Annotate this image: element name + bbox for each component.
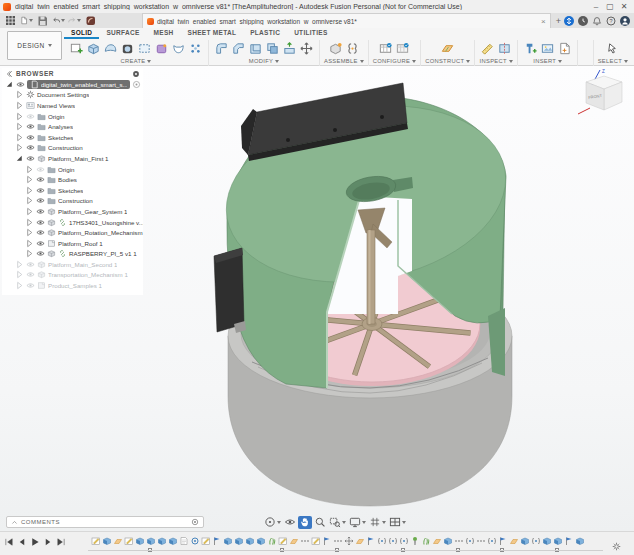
timeline-feature-flag[interactable] xyxy=(365,535,376,547)
timeline-feature-plane[interactable] xyxy=(508,535,519,547)
tool-config-table-button[interactable] xyxy=(394,41,411,57)
visibility-eye-icon[interactable] xyxy=(36,239,45,248)
expand-comments-icon[interactable] xyxy=(11,519,18,526)
timeline-feature-grass[interactable] xyxy=(420,535,431,547)
tree-row-sketches[interactable]: Sketches xyxy=(2,185,143,196)
timeline-feature-sketch[interactable] xyxy=(200,535,211,547)
nav-display-button[interactable] xyxy=(348,516,367,529)
group-label-inspect[interactable]: INSPECT xyxy=(480,58,513,64)
expand-arrow-icon[interactable] xyxy=(15,133,24,142)
timeline-feature-extrude[interactable] xyxy=(244,535,255,547)
timeline-feature-extrude[interactable] xyxy=(574,535,585,547)
tool-chamfer-button[interactable] xyxy=(230,41,247,57)
extensions-icon[interactable] xyxy=(564,16,574,26)
comments-options-icon[interactable] xyxy=(191,518,199,526)
timeline-feature-extrude[interactable] xyxy=(145,535,156,547)
ribbon-tab-mesh[interactable]: MESH xyxy=(147,28,181,39)
timeline-feature-plane[interactable] xyxy=(288,535,299,547)
expand-arrow-icon[interactable] xyxy=(25,249,34,258)
tool-create-sketch-button[interactable] xyxy=(68,41,85,57)
timeline-feature-extrude[interactable] xyxy=(233,535,244,547)
timeline-feature-flag[interactable] xyxy=(211,535,222,547)
timeline-feature-extrude[interactable] xyxy=(222,535,233,547)
tool-measure-button[interactable] xyxy=(479,41,496,57)
save-button[interactable] xyxy=(36,15,49,27)
visibility-eye-icon[interactable] xyxy=(36,186,45,195)
timeline-feature-flag[interactable] xyxy=(563,535,574,547)
timeline-feature-extrude[interactable] xyxy=(167,535,178,547)
expand-arrow-icon[interactable] xyxy=(25,228,34,237)
timeline-feature-joint[interactable] xyxy=(530,535,541,547)
3d-viewport[interactable]: Z FRONT BROWSER digital_twin_enabled_sma… xyxy=(0,66,634,531)
fusion-home-button[interactable] xyxy=(84,15,97,27)
visibility-eye-icon[interactable] xyxy=(26,122,35,131)
expand-arrow-icon[interactable] xyxy=(15,281,24,290)
expand-arrow-icon[interactable] xyxy=(15,122,24,131)
tool-derive-button[interactable] xyxy=(153,41,170,57)
avatar-icon[interactable] xyxy=(620,16,630,26)
tool-canvas-button[interactable] xyxy=(539,41,556,57)
workspace-selector[interactable]: DESIGN xyxy=(7,31,62,60)
close-tab-icon[interactable]: × xyxy=(541,17,546,26)
tree-row-origin[interactable]: Origin xyxy=(2,111,143,122)
ribbon-tab-solid[interactable]: SOLID xyxy=(64,28,99,39)
nav-grid-button[interactable] xyxy=(368,516,387,529)
timeline-feature-flag[interactable] xyxy=(321,535,332,547)
tool-plane-button[interactable] xyxy=(439,41,456,57)
tool-shell-button[interactable] xyxy=(247,41,264,57)
timeline-feature-dots[interactable] xyxy=(299,535,310,547)
playback-step-forward-button[interactable] xyxy=(43,537,53,547)
timeline-feature-extrude[interactable] xyxy=(101,535,112,547)
help-icon[interactable]: ? xyxy=(606,16,616,26)
tool-combine-button[interactable] xyxy=(264,41,281,57)
playback-to-end-button[interactable] xyxy=(56,537,66,547)
tool-patch-button[interactable] xyxy=(136,41,153,57)
new-tab-button[interactable]: + xyxy=(556,16,561,26)
collapse-panel-icon[interactable] xyxy=(5,70,13,78)
timeline-feature-joint[interactable] xyxy=(398,535,409,547)
tree-row-platform-roof-1[interactable]: Platform_Roof 1 xyxy=(2,238,143,249)
expand-arrow-icon[interactable] xyxy=(25,175,34,184)
visibility-eye-icon[interactable] xyxy=(36,218,45,227)
model-side-box[interactable] xyxy=(214,248,246,333)
notifications-icon[interactable] xyxy=(592,16,602,26)
tool-section-button[interactable] xyxy=(496,41,513,57)
ribbon-tab-plastic[interactable]: PLASTIC xyxy=(243,28,287,39)
group-label-create[interactable]: CREATE xyxy=(121,58,152,64)
timeline-feature-sketch[interactable] xyxy=(277,535,288,547)
timeline-feature-extrude[interactable] xyxy=(541,535,552,547)
visibility-eye-icon[interactable] xyxy=(36,196,45,205)
tool-form-button[interactable] xyxy=(102,41,119,57)
visibility-eye-icon[interactable] xyxy=(16,80,25,89)
timeline-settings-button[interactable] xyxy=(612,537,621,555)
group-label-select[interactable]: SELECT xyxy=(598,58,628,64)
tree-row-platform-main-second-1[interactable]: Platform_Main_Second 1 xyxy=(2,259,143,270)
nav-orbit-button[interactable] xyxy=(263,516,282,529)
tool-import-dxf-button[interactable] xyxy=(556,41,573,57)
visibility-eye-icon[interactable] xyxy=(26,270,35,279)
tool-select-button[interactable] xyxy=(604,41,621,57)
timeline-feature-joint[interactable] xyxy=(376,535,387,547)
expand-arrow-icon[interactable] xyxy=(25,165,34,174)
timeline-feature-extrude[interactable] xyxy=(552,535,563,547)
redo-button[interactable] xyxy=(68,15,81,27)
ribbon-tab-utilities[interactable]: UTILITIES xyxy=(287,28,334,39)
timeline-feature-grass[interactable] xyxy=(266,535,277,547)
visibility-eye-icon[interactable] xyxy=(36,175,45,184)
nav-look-at-button[interactable] xyxy=(283,516,297,529)
activate-component-radio[interactable] xyxy=(132,80,141,89)
tool-insert-derive-button[interactable] xyxy=(522,41,539,57)
group-label-configure[interactable]: CONFIGURE xyxy=(373,58,416,64)
close-button[interactable]: ✕ xyxy=(617,1,631,12)
tool-pattern-button[interactable] xyxy=(187,41,204,57)
visibility-eye-icon[interactable] xyxy=(26,133,35,142)
browser-filter-icon[interactable] xyxy=(132,70,140,78)
playback-to-start-button[interactable] xyxy=(4,537,14,547)
tree-row-construction[interactable]: Construction xyxy=(2,196,143,207)
viewcube[interactable]: Z FRONT xyxy=(578,69,622,114)
visibility-eye-icon[interactable] xyxy=(36,228,45,237)
visibility-eye-icon[interactable] xyxy=(36,207,45,216)
timeline-feature-doc[interactable] xyxy=(178,535,189,547)
nav-window-zoom-button[interactable] xyxy=(328,516,347,529)
maximize-button[interactable]: ▢ xyxy=(603,1,617,12)
